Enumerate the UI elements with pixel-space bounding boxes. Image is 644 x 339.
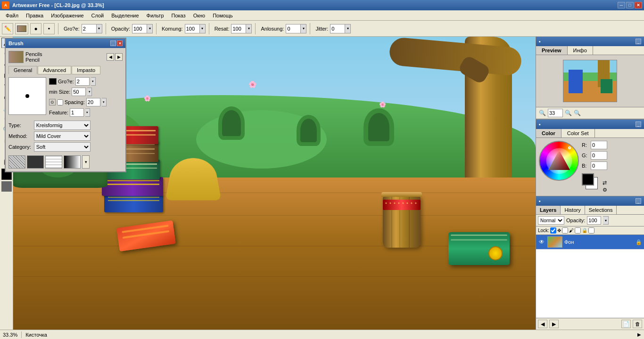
r-input[interactable] [591, 141, 607, 149]
swap-colors-icon[interactable]: ⇄ [603, 180, 607, 186]
kornung-input[interactable] [185, 24, 200, 33]
cup-rim [381, 192, 422, 197]
preview-panel-title: ▪ [539, 39, 541, 44]
tab-layers[interactable]: Layers [536, 206, 561, 214]
lock-paint-checkbox[interactable] [575, 227, 581, 234]
brush-tab-advanced[interactable]: Advanced [38, 66, 71, 74]
brush-feature-dd[interactable]: ▾ [85, 108, 90, 117]
brush-spacing-dd[interactable]: ▾ [102, 98, 107, 106]
menu-select[interactable]: Выделение [107, 12, 142, 19]
menu-layer[interactable]: Слой [88, 12, 108, 19]
texture-swatch-4[interactable] [64, 155, 81, 169]
fg-color-square[interactable] [582, 173, 594, 186]
zoom-out-icon[interactable]: 🔍 [574, 110, 581, 116]
bg-tree-3 [368, 113, 389, 141]
tab-history[interactable]: History [561, 206, 585, 214]
color-wheel[interactable] [539, 141, 579, 181]
type-select[interactable]: Kreisformig [34, 121, 91, 130]
pencil-swatch-btn[interactable] [15, 23, 28, 34]
brush-spacing-value[interactable] [86, 98, 100, 106]
lock-move-checkbox[interactable] [562, 227, 568, 234]
layers-opacity-dropdown[interactable]: ▾ [603, 216, 609, 225]
scroll-up-btn[interactable]: ◀ [538, 320, 547, 328]
anlosung-input[interactable] [286, 24, 301, 33]
resat-input[interactable] [231, 24, 246, 33]
reset-colors-icon[interactable]: ⚙ [603, 187, 607, 193]
brush-next-btn[interactable]: ▶ [115, 53, 123, 61]
layer-row[interactable]: 👁 Фон 🔒 [536, 235, 644, 250]
layers-toolbar: Normal Multiply Screen Opacity: ▾ [536, 215, 644, 226]
brush-size-input[interactable] [82, 24, 97, 33]
menu-filter[interactable]: Фильтр [143, 12, 168, 19]
brush-preview-icon[interactable] [8, 51, 24, 63]
minimize-button[interactable]: ─ [618, 2, 625, 8]
pattern-swatch[interactable] [1, 181, 12, 192]
menu-view[interactable]: Показ [168, 12, 190, 19]
g-input[interactable] [591, 151, 607, 160]
texture-swatch-2[interactable] [27, 155, 44, 169]
b-input[interactable] [591, 161, 607, 170]
brush-minsize-dd[interactable]: ▾ [87, 88, 92, 96]
method-select[interactable]: Mild Cover [34, 131, 91, 141]
menu-edit[interactable]: Правка [22, 12, 47, 19]
resat-dropdown[interactable]: ▾ [246, 24, 252, 33]
color-content: R: G: B: [536, 138, 644, 196]
menu-file[interactable]: Файл [2, 12, 22, 19]
brush-minsize-value[interactable] [72, 88, 86, 96]
brush-color-btn[interactable] [49, 78, 57, 85]
tab-color-set[interactable]: Color Set [561, 129, 595, 137]
brush-panel-minimize[interactable]: _ [110, 40, 116, 46]
color-selector-dot[interactable] [568, 146, 571, 149]
preview-books [569, 70, 583, 93]
brush-prev-btn[interactable]: ◀ [107, 53, 114, 61]
preview-panel-minimize[interactable]: _ [636, 39, 641, 44]
brush-dot-btn[interactable]: ● [30, 23, 41, 34]
lock-all-checkbox[interactable] [588, 227, 594, 234]
brush-dropdowns-area: Type: Kreisformig Method: Mild Cover Cat… [8, 121, 123, 152]
layer-visibility-toggle[interactable]: 👁 [538, 238, 545, 246]
maximize-button[interactable]: □ [626, 2, 634, 8]
kornung-dropdown[interactable]: ▾ [200, 24, 206, 33]
tab-info[interactable]: Инфо [568, 46, 593, 55]
brush-size-dropdown[interactable]: ▾ [97, 24, 102, 33]
blend-mode-dropdown[interactable]: Normal Multiply Screen [538, 216, 564, 225]
tab-color[interactable]: Color [536, 129, 561, 137]
scroll-down-btn[interactable]: ▶ [549, 320, 559, 328]
brush-dot2-btn[interactable]: ● [43, 23, 55, 34]
tab-selections[interactable]: Selections [585, 206, 617, 214]
texture-swatch-3[interactable] [45, 155, 62, 169]
add-layer-btn[interactable]: 📄 [621, 320, 631, 328]
anlosung-dropdown[interactable]: ▾ [301, 24, 306, 33]
brush-size-value[interactable] [75, 77, 90, 86]
jitter-input[interactable] [330, 24, 345, 33]
status-expand-btn[interactable]: ▶ [637, 332, 641, 337]
lock-transparency-checkbox[interactable] [550, 227, 556, 234]
brush-tool-btn[interactable]: ✏️ [2, 23, 13, 34]
color-swap-reset: ⇄ ⚙ [603, 180, 607, 193]
delete-layer-btn[interactable]: 🗑 [633, 320, 642, 328]
close-button[interactable]: ✕ [635, 2, 642, 8]
brush-tab-general[interactable]: General [8, 66, 37, 74]
brush-feature-value[interactable] [70, 108, 84, 117]
opacity-dropdown[interactable]: ▾ [147, 24, 153, 33]
layers-opacity-input[interactable] [587, 216, 601, 225]
kornung-input-group: ▾ [185, 24, 206, 33]
texture-swatch-more-btn[interactable]: ▾ [82, 155, 90, 169]
zoom-input[interactable] [548, 109, 563, 117]
opacity-input[interactable] [132, 24, 147, 33]
zoom-search-icon[interactable]: 🔍 [539, 110, 546, 116]
layers-panel-minimize[interactable]: _ [636, 198, 641, 204]
brush-spacing-checkbox[interactable] [57, 99, 63, 105]
menu-image[interactable]: Изображение [47, 12, 87, 19]
texture-swatch-1[interactable] [8, 155, 25, 169]
category-select[interactable]: Soft [34, 142, 91, 152]
tab-preview[interactable]: Preview [536, 46, 568, 55]
zoom-in-icon[interactable]: 🔍 [565, 110, 572, 116]
brush-panel-close[interactable]: ✕ [117, 40, 123, 46]
brush-tab-impasto[interactable]: Impasto [72, 66, 100, 74]
jitter-dropdown[interactable]: ▾ [345, 24, 351, 33]
menu-window[interactable]: Окно [190, 12, 209, 19]
menu-help[interactable]: Помощь [209, 12, 237, 19]
color-panel-minimize[interactable]: _ [636, 121, 641, 127]
brush-size-dd[interactable]: ▾ [91, 77, 96, 86]
